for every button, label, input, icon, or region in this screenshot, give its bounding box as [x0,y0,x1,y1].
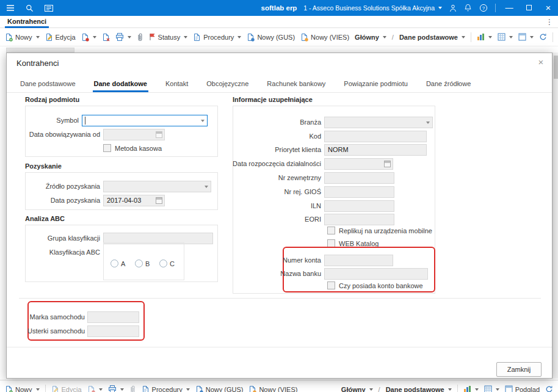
print-button[interactable] [115,33,131,41]
view-layout-dropdown[interactable]: Dane podstawowe [386,386,452,392]
metoda-kasowa-checkbox[interactable] [103,144,111,152]
company-selector[interactable]: 1 - Asseco Business Solutions Spółka Akc… [303,4,442,12]
new-button[interactable]: Nowy [5,385,40,392]
eori-field[interactable] [324,214,394,225]
konto-bankowe-checkbox[interactable] [327,281,335,289]
view-main-label: Główny [355,34,379,41]
radio-c[interactable] [159,260,167,267]
minimize-button[interactable]: — [503,0,515,16]
attachment-button[interactable] [137,33,143,42]
chevron-down-icon [99,388,103,391]
edit-button-label: Edycja [62,386,82,392]
chart-view-button[interactable] [463,385,479,392]
priorytet-klienta-field[interactable]: NORM [324,144,427,156]
app-window: softlab erp 1 - Asseco Business Solution… [0,0,558,392]
preview-button[interactable]: Podgląd [505,385,540,392]
toolbar-right-cluster: Główny / Dane podstawowe [341,385,553,392]
new-gus-button[interactable]: Nowy (GUS) [247,33,295,42]
chart-view-button[interactable] [477,33,492,41]
branza-combobox[interactable] [324,117,433,128]
statuses-button-label: Statusy [158,34,181,41]
nr-zewnetrzny-label: Nr zewnętrzny [208,172,321,184]
data-pozyskania-value: 2017-04-03 [107,195,141,206]
user-icon[interactable] [449,4,457,12]
maximize-button[interactable] [523,0,535,16]
new-button[interactable]: Nowy [5,33,40,42]
data-pozyskania-field[interactable]: 2017-04-03 [103,195,165,206]
search-icon[interactable] [26,4,34,12]
chevron-down-icon [186,388,190,391]
close-button[interactable]: × [542,0,554,16]
radio-a[interactable] [111,260,118,267]
view-layout-dropdown[interactable]: Dane podstawowe [399,34,465,41]
nazwa-banku-field[interactable] [324,268,428,280]
toolbar-separator [457,385,458,392]
chevron-down-icon [488,36,492,38]
tab-kontrahenci[interactable]: Kontrahenci [5,16,49,28]
new-document-icon [5,385,13,392]
close-dialog-button[interactable]: Zamknij [496,362,542,377]
titlebar: softlab erp 1 - Asseco Business Solution… [0,0,558,16]
statuses-button[interactable]: Statusy [149,33,188,41]
kod-field[interactable] [324,131,427,142]
symbol-combobox[interactable] [82,115,208,126]
dialog-close-button[interactable]: × [535,56,547,68]
vertical-scrollbar[interactable] [553,53,558,379]
chevron-down-icon [462,36,465,38]
grid-view-button[interactable] [498,33,513,41]
printer-icon [108,385,117,392]
tab-dane-zrodlowe[interactable]: Dane źródłowe [425,75,472,92]
usterki-samochodu-field[interactable] [87,325,139,337]
tab-kontakt[interactable]: Kontakt [164,75,189,92]
document-actions-dropdown[interactable] [87,385,103,392]
radio-a-label: A [121,260,125,268]
data-obowiazywania-field[interactable] [103,129,165,140]
chevron-down-icon [369,388,373,391]
numer-konta-field[interactable] [324,255,393,266]
news-panel-icon[interactable] [45,5,53,12]
new-vies-document-icon [248,385,256,392]
more-options-icon[interactable]: ⋮ [545,16,554,28]
print-button[interactable] [108,385,124,392]
refresh-button[interactable] [545,385,553,392]
delete-button[interactable] [102,33,110,42]
marka-samochodu-field[interactable] [87,311,139,323]
section-heading-analiza-abc: Analiza ABC [25,215,65,222]
nr-gios-field[interactable] [324,186,394,198]
hamburger-menu-icon[interactable] [6,4,15,12]
new-gus-button[interactable]: Nowy (GUS) [195,385,244,392]
procedures-button[interactable]: Procedury [193,33,241,42]
tab-rachunek-bankowy[interactable]: Rachunek bankowy [266,75,327,92]
procedures-button[interactable]: Procedury [142,385,190,392]
tab-powiazanie-podmiotu[interactable]: Powiązanie podmiotu [342,75,409,92]
view-main-dropdown[interactable]: Główny [341,386,373,392]
new-vies-button[interactable]: Nowy (VIES) [248,385,297,392]
view-main-dropdown[interactable]: Główny [355,34,386,41]
chevron-down-icon [426,122,430,124]
tab-obcojezyczne[interactable]: Obcojęzyczne [205,75,250,92]
refresh-button[interactable] [539,33,547,41]
chevron-down-icon [448,388,452,391]
replikuj-checkbox[interactable] [327,227,335,234]
footer-divider [7,347,552,347]
radio-b[interactable] [135,260,143,267]
zrodlo-pozyskania-combobox[interactable] [103,181,211,192]
edit-button[interactable]: Edycja [45,33,76,42]
iln-field[interactable] [324,200,394,212]
nr-zewnetrzny-field[interactable] [324,172,394,184]
tab-label: Dane podstawowe [20,80,76,87]
data-rozpoczecia-field[interactable] [324,158,393,170]
bell-icon[interactable] [464,4,472,12]
attachment-button[interactable] [129,385,136,392]
edit-button[interactable]: Edycja [51,385,82,392]
tab-dane-podstawowe[interactable]: Dane podstawowe [19,75,77,92]
new-vies-button[interactable]: Nowy (VIES) [300,33,349,42]
tab-dane-dodatkowe[interactable]: Dane dodatkowe [93,75,148,92]
form-view-button[interactable] [518,33,534,41]
document-actions-dropdown[interactable] [81,33,96,42]
help-icon[interactable]: ? [479,4,488,12]
delete-document-icon [102,33,110,42]
form-icon [518,33,526,41]
grid-view-button[interactable] [484,385,499,392]
scrollbar-thumb[interactable] [554,56,558,79]
